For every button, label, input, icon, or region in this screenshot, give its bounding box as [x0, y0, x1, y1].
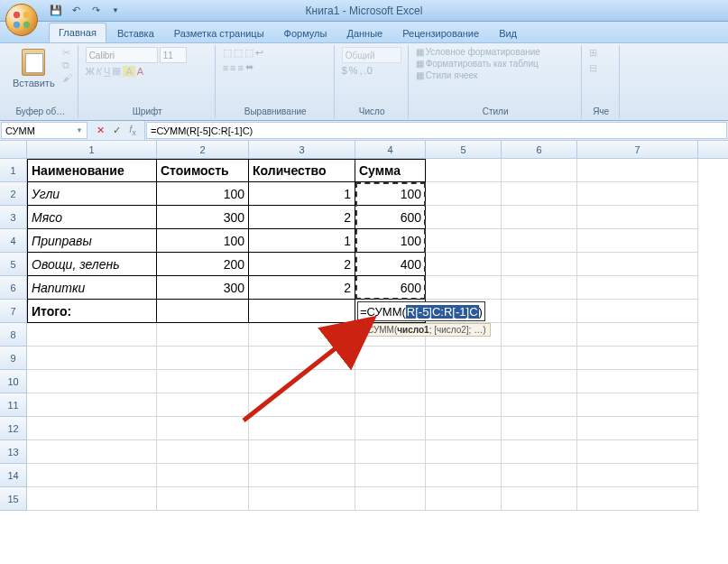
- cell[interactable]: [577, 300, 698, 323]
- cell[interactable]: [577, 347, 698, 370]
- tab-formulas[interactable]: Формулы: [275, 24, 336, 42]
- number-format-select[interactable]: Общий: [342, 47, 401, 63]
- cancel-icon[interactable]: ✕: [94, 125, 106, 136]
- cell[interactable]: [426, 159, 502, 182]
- cell[interactable]: [426, 182, 502, 206]
- enter-icon[interactable]: ✓: [110, 125, 123, 136]
- fx-icon[interactable]: fx: [126, 124, 139, 137]
- cell[interactable]: 200: [157, 253, 249, 276]
- cell[interactable]: [502, 417, 577, 440]
- cell[interactable]: [157, 417, 249, 440]
- row-header-11[interactable]: 11: [0, 393, 27, 417]
- align-middle-icon[interactable]: ⬚: [234, 47, 243, 59]
- align-left-icon[interactable]: ≡: [223, 62, 228, 73]
- cell[interactable]: [249, 487, 355, 511]
- row-header-15[interactable]: 15: [0, 487, 27, 511]
- cell[interactable]: [27, 347, 157, 370]
- cell[interactable]: [157, 487, 249, 511]
- cell[interactable]: [502, 229, 577, 253]
- cell[interactable]: 100: [355, 229, 426, 253]
- cell[interactable]: [426, 417, 502, 440]
- redo-icon[interactable]: ↷: [88, 4, 103, 18]
- name-box[interactable]: СУММ ▼: [1, 122, 88, 139]
- cell[interactable]: 2: [249, 276, 355, 300]
- cell[interactable]: [577, 370, 698, 393]
- cell[interactable]: 1: [249, 182, 355, 206]
- worksheet-grid[interactable]: 1 2 3 4 5 6 7 1 Наименование Стоимость К…: [0, 141, 728, 511]
- tab-home[interactable]: Главная: [49, 23, 106, 42]
- paste-button[interactable]: Вставить: [9, 47, 59, 90]
- cell[interactable]: [249, 370, 355, 393]
- undo-icon[interactable]: ↶: [69, 4, 83, 18]
- fill-color-button[interactable]: A: [123, 66, 134, 77]
- comma-icon[interactable]: ,: [360, 65, 363, 76]
- cell[interactable]: [355, 487, 426, 511]
- cell[interactable]: 300: [157, 206, 249, 229]
- cell[interactable]: [157, 440, 249, 464]
- cell[interactable]: [502, 370, 577, 393]
- cell[interactable]: 600: [355, 276, 426, 300]
- cell[interactable]: [157, 347, 249, 370]
- cell[interactable]: Итого:: [27, 300, 157, 323]
- cell[interactable]: Сумма: [355, 159, 426, 182]
- cell-edit-overlay[interactable]: =СУММ(R[-5]C:R[-1]C): [357, 301, 485, 321]
- col-header-6[interactable]: 6: [502, 141, 577, 158]
- cell[interactable]: [27, 487, 157, 511]
- row-header-4[interactable]: 4: [0, 229, 27, 253]
- cell[interactable]: [502, 253, 577, 276]
- cell[interactable]: [249, 300, 355, 323]
- cell[interactable]: [502, 464, 577, 487]
- insert-cells-icon[interactable]: ⊞: [589, 47, 597, 59]
- cell[interactable]: [577, 229, 698, 253]
- cell[interactable]: [27, 393, 157, 417]
- cell[interactable]: [355, 370, 426, 393]
- cell[interactable]: [27, 440, 157, 464]
- cell-styles-button[interactable]: ▦Стили ячеек: [416, 70, 478, 80]
- currency-icon[interactable]: $: [342, 65, 347, 76]
- col-header-7[interactable]: 7: [577, 141, 698, 158]
- cell[interactable]: 600: [355, 206, 426, 229]
- cell[interactable]: [426, 487, 502, 511]
- save-icon[interactable]: 💾: [49, 4, 63, 18]
- cell[interactable]: Стоимость: [157, 159, 249, 182]
- cell[interactable]: [577, 440, 698, 464]
- cell[interactable]: [577, 159, 698, 182]
- cell[interactable]: [426, 206, 502, 229]
- cell[interactable]: [27, 370, 157, 393]
- tab-insert[interactable]: Вставка: [108, 24, 163, 42]
- font-color-button[interactable]: A: [137, 66, 143, 77]
- decimal-inc-icon[interactable]: .0: [364, 65, 373, 76]
- cell[interactable]: [426, 393, 502, 417]
- cell[interactable]: [157, 464, 249, 487]
- cell[interactable]: 100: [355, 182, 426, 206]
- cell[interactable]: [157, 393, 249, 417]
- cell[interactable]: [157, 370, 249, 393]
- cell[interactable]: Напитки: [27, 276, 157, 300]
- cell[interactable]: Приправы: [27, 229, 157, 253]
- cell[interactable]: [502, 393, 577, 417]
- row-header-14[interactable]: 14: [0, 464, 27, 487]
- cell[interactable]: Количество: [249, 159, 355, 182]
- col-header-1[interactable]: 1: [27, 141, 157, 158]
- formula-input[interactable]: =СУММ(R[-5]C:R[-1]C): [146, 122, 727, 139]
- cell[interactable]: [577, 393, 698, 417]
- cell[interactable]: [577, 182, 698, 206]
- cell[interactable]: [502, 323, 577, 347]
- format-as-table-button[interactable]: ▦Форматировать как таблиц: [416, 59, 539, 69]
- cell[interactable]: [577, 417, 698, 440]
- col-header-4[interactable]: 4: [355, 141, 426, 158]
- tab-review[interactable]: Рецензирование: [393, 24, 488, 42]
- office-button[interactable]: [5, 4, 38, 36]
- cell[interactable]: Овощи, зелень: [27, 253, 157, 276]
- underline-button[interactable]: Ч: [104, 66, 110, 77]
- cell[interactable]: [577, 206, 698, 229]
- row-header-7[interactable]: 7: [0, 300, 27, 323]
- cell[interactable]: [502, 182, 577, 206]
- cell[interactable]: [249, 393, 355, 417]
- cell[interactable]: [27, 464, 157, 487]
- cell[interactable]: 100: [157, 229, 249, 253]
- cell[interactable]: [157, 300, 249, 323]
- cell[interactable]: [355, 440, 426, 464]
- cell[interactable]: Мясо: [27, 206, 157, 229]
- cell[interactable]: [355, 347, 426, 370]
